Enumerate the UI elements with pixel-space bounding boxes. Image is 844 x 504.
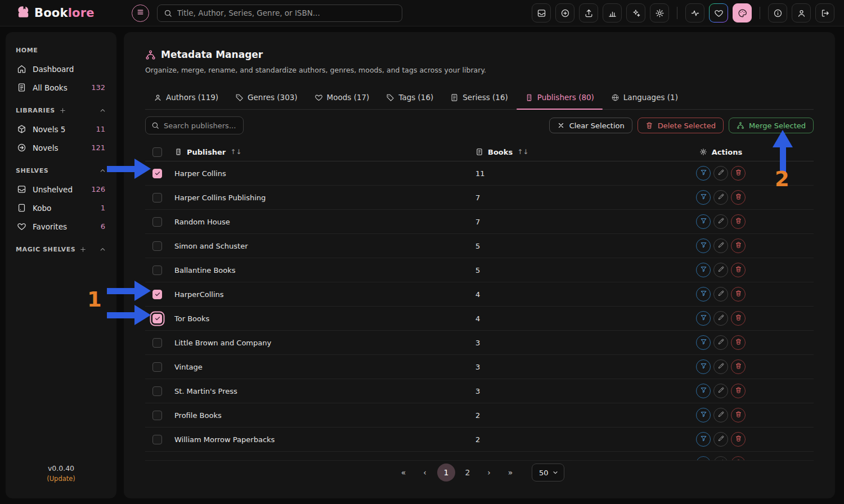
filter-button[interactable]	[696, 456, 711, 461]
global-search-input[interactable]	[177, 8, 396, 17]
edit-button[interactable]	[713, 311, 728, 326]
tab-moods[interactable]: Moods (17)	[306, 87, 378, 109]
clear-selection-button[interactable]: Clear Selection	[549, 118, 632, 133]
sidebar-item-unshelved[interactable]: Unshelved126	[14, 180, 109, 199]
filter-button[interactable]	[696, 238, 711, 253]
delete-button[interactable]	[731, 263, 746, 277]
heart-button[interactable]	[709, 3, 728, 22]
upload-button[interactable]	[579, 3, 598, 22]
delete-selected-button[interactable]: Delete Selected	[638, 118, 724, 133]
tab-seriess[interactable]: Seriess (16)	[442, 87, 517, 109]
filter-button[interactable]	[696, 408, 711, 422]
gear-button[interactable]	[650, 3, 669, 22]
inbox-button[interactable]	[532, 3, 551, 22]
edit-button[interactable]	[713, 287, 728, 302]
delete-button[interactable]	[731, 456, 746, 461]
books-column-header[interactable]: Books ↑↓	[475, 148, 628, 156]
row-checkbox[interactable]	[152, 193, 162, 202]
sidebar-item-favorites[interactable]: Favorites6	[14, 217, 109, 236]
edit-button[interactable]	[713, 166, 728, 181]
delete-button[interactable]	[731, 432, 746, 447]
tab-publishers[interactable]: Publishers (80)	[517, 87, 603, 109]
edit-button[interactable]	[713, 190, 728, 205]
info-button[interactable]	[768, 3, 787, 22]
row-checkbox[interactable]	[152, 411, 162, 420]
delete-button[interactable]	[731, 311, 746, 326]
tab-tags[interactable]: Tags (16)	[378, 87, 442, 109]
edit-button[interactable]	[713, 238, 728, 253]
row-checkbox[interactable]	[152, 435, 162, 444]
sidebar-item-novels-5[interactable]: Novels 511	[14, 120, 109, 138]
delete-button[interactable]	[731, 190, 746, 205]
sidebar-item-all-books[interactable]: All Books132	[14, 78, 109, 97]
tab-authors[interactable]: Authors (119)	[145, 87, 227, 109]
filter-button[interactable]	[696, 335, 711, 350]
row-checkbox[interactable]	[152, 314, 162, 323]
edit-button[interactable]	[713, 263, 728, 277]
tab-genres[interactable]: Genres (303)	[227, 87, 306, 109]
tab-languages[interactable]: Languages (1)	[603, 87, 686, 109]
filter-button[interactable]	[696, 311, 711, 326]
edit-button[interactable]	[713, 408, 728, 422]
edit-button[interactable]	[713, 214, 728, 229]
edit-button[interactable]	[713, 384, 728, 398]
row-checkbox[interactable]	[152, 386, 162, 396]
filter-button[interactable]	[696, 263, 711, 277]
first-page-button[interactable]: «	[394, 464, 412, 482]
page-2-button[interactable]: 2	[459, 464, 477, 482]
select-all-checkbox[interactable]	[152, 147, 162, 157]
delete-button[interactable]	[731, 408, 746, 422]
logout-button[interactable]	[815, 3, 834, 22]
row-checkbox[interactable]	[152, 169, 162, 178]
merge-selected-button[interactable]: Merge Selected	[729, 118, 814, 133]
page-size-select[interactable]: 50	[532, 464, 564, 482]
delete-button[interactable]	[731, 384, 746, 398]
filter-button[interactable]	[696, 190, 711, 205]
sparkles-button[interactable]	[626, 3, 645, 22]
filter-button[interactable]	[696, 384, 711, 398]
last-page-button[interactable]: »	[501, 464, 519, 482]
delete-button[interactable]	[731, 166, 746, 181]
user-button[interactable]	[792, 3, 811, 22]
publisher-search-input[interactable]	[164, 122, 237, 130]
delete-button[interactable]	[731, 214, 746, 229]
chevron-up-icon[interactable]	[99, 246, 106, 253]
chevron-up-icon[interactable]	[99, 167, 106, 174]
row-checkbox[interactable]	[152, 362, 162, 372]
filter-button[interactable]	[696, 166, 711, 181]
edit-button[interactable]	[713, 432, 728, 447]
add-icon[interactable]	[59, 107, 66, 114]
filter-button[interactable]	[696, 432, 711, 447]
plus-circle-button[interactable]	[555, 3, 574, 22]
row-checkbox[interactable]	[152, 241, 162, 251]
menu-button[interactable]	[132, 4, 149, 22]
filter-button[interactable]	[696, 287, 711, 302]
edit-button[interactable]	[713, 335, 728, 350]
edit-button[interactable]	[713, 359, 728, 374]
delete-button[interactable]	[731, 335, 746, 350]
chevron-up-icon[interactable]	[99, 107, 106, 114]
delete-button[interactable]	[731, 238, 746, 253]
palette-button[interactable]	[733, 3, 752, 22]
previous-page-button[interactable]: ‹	[416, 464, 434, 482]
edit-button[interactable]	[713, 456, 728, 461]
page-1-button[interactable]: 1	[437, 464, 455, 482]
sidebar-item-dashboard[interactable]: Dashboard	[14, 60, 109, 78]
update-link[interactable]: (Update)	[6, 475, 116, 483]
delete-button[interactable]	[731, 359, 746, 374]
row-checkbox[interactable]	[152, 266, 162, 275]
row-checkbox[interactable]	[152, 217, 162, 227]
add-icon[interactable]	[79, 246, 87, 253]
delete-button[interactable]	[731, 287, 746, 302]
bar-chart-button[interactable]	[603, 3, 622, 22]
row-checkbox[interactable]	[152, 338, 162, 348]
sidebar-item-novels[interactable]: Novels121	[14, 138, 109, 157]
filter-button[interactable]	[696, 214, 711, 229]
activity-button[interactable]	[685, 3, 704, 22]
next-page-button[interactable]: ›	[480, 464, 498, 482]
brand[interactable]: Booklore	[16, 4, 95, 21]
publisher-column-header[interactable]: Publisher ↑↓	[174, 148, 475, 156]
filter-button[interactable]	[696, 359, 711, 374]
row-checkbox[interactable]	[152, 290, 162, 299]
sidebar-item-kobo[interactable]: Kobo1	[14, 199, 109, 217]
